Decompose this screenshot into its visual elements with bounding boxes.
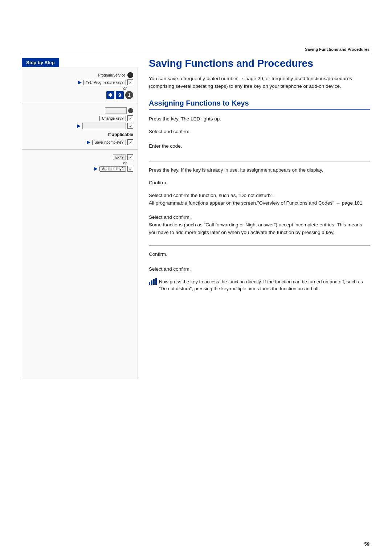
header-title: Saving Functions and Procedures [305,47,369,52]
step-press-key-display: Press the key. If the key is already in … [149,167,370,174]
exit-checkbox: ✓ [127,154,133,160]
step-select-function-text: Select and confirm the function, such as… [149,192,370,207]
content-section-1: Press the key. The LED lights up. Select… [149,115,370,159]
step-select-function: Select and confirm the function, such as… [149,192,370,207]
step-press-key-display-text: Press the key. If the key is already in … [149,167,370,174]
sidebar-section-2: Change key? ✓ ▶ ✓ If applicable ▶ Save i… [22,103,138,150]
change-key-row: Change key? ✓ [25,115,135,122]
step-by-step-label: Step by Step [22,58,59,67]
note-bar-2 [151,280,152,285]
change-key-checkbox: ✓ [127,115,133,121]
content-section-3: Confirm. Select and confirm. Now [149,249,370,295]
page-number: 59 [364,541,369,547]
exit-label: Exit? [113,155,126,160]
step-another-key: Select and confirm. [149,266,370,273]
save-incomplete-label: Save incomplete? [92,140,126,145]
feature-key-button: *91=Prog. feature key? [83,80,126,85]
note-bar-1 [149,282,150,285]
or-text-2: or [25,161,135,165]
section-heading: Assigning Functions to Keys [149,99,370,110]
save-incomplete-row: ▶ Save incomplete? ✓ [25,139,135,146]
step-select-confirm-1: Select and confirm. [149,128,370,136]
sidebar: Step by Step Program/Service ▶ *91=Prog.… [22,58,138,532]
another-key-label: Another key? [99,166,126,172]
step-enter-code: Enter the code. [149,143,370,150]
step-another-key-text: Select and confirm. [149,266,370,273]
page-title: Saving Functions and Procedures [149,58,370,69]
arrow-icon-4: ▶ [94,166,97,171]
if-applicable-label: If applicable [25,132,135,137]
note-icon [149,278,157,285]
sidebar-section-3: Exit? ✓ or ▶ Another key? ✓ [22,150,138,176]
sidebar-content: Program/Service ▶ *91=Prog. feature key?… [22,67,138,379]
arrow-blank-row: ▶ ✓ [25,122,135,130]
another-key-row: ▶ Another key? ✓ [25,165,135,172]
if-applicable-spacer [149,211,370,214]
note-bar-4 [155,278,157,285]
note-bar-3 [153,279,155,285]
program-service-circle [127,72,133,78]
led-circle [128,108,133,113]
step-confirm-1: Confirm. [149,179,370,187]
step-press-key-text: Press the key. The LED lights up. [149,115,221,123]
header-rule [22,54,370,54]
key-star: ✱ [106,91,114,99]
divider-2 [149,245,370,246]
change-key-label: Change key? [99,116,126,121]
content-section-2: Press the key. If the key is already in … [149,164,370,242]
main-container: Step by Step Program/Service ▶ *91=Prog.… [22,58,370,532]
exit-row: Exit? ✓ [25,153,135,161]
feature-key-row: ▶ *91=Prog. feature key? ✓ [25,79,135,86]
note-bars [149,278,157,285]
step-save-incomplete: Select and confirm.Some functions (such … [149,214,370,237]
blank-key-row [25,107,135,115]
save-incomplete-checkbox: ✓ [127,139,133,145]
feature-key-checkbox: ✓ [127,79,133,85]
another-key-checkbox: ✓ [127,166,133,172]
step-select-confirm-1-text: Select and confirm. [149,128,191,136]
step-confirm-exit-text: Confirm. [149,251,370,258]
arrow-icon-2: ▶ [77,123,80,128]
key-1: 1 [125,91,133,99]
intro-text: You can save a frequently-dialed number … [149,75,370,90]
key-9: 9 [116,91,124,99]
arrow-icon-1: ▶ [78,80,81,85]
or-text-1: or [25,86,135,90]
divider-1 [149,161,370,161]
step-confirm-exit: Confirm. [149,251,370,258]
sidebar-section-1: Program/Service ▶ *91=Prog. feature key?… [22,67,138,103]
note-row: Now press the key to access the function… [149,278,370,292]
step-enter-code-text: Enter the code. [149,143,182,150]
step-press-key: Press the key. The LED lights up. [149,115,370,123]
arrow-icon-3: ▶ [87,140,90,145]
code-keys-row: ✱ 9 1 [25,90,135,100]
step-confirm-1-text: Confirm. [149,179,370,187]
program-service-row: Program/Service [25,71,135,79]
blank-checkbox: ✓ [127,123,133,129]
note-text: Now press the key to access the function… [159,278,370,292]
blank-key-2 [82,123,126,129]
content-area: Saving Functions and Procedures You can … [138,58,370,532]
step-save-incomplete-text: Select and confirm.Some functions (such … [149,214,370,237]
program-service-label: Program/Service [98,73,125,77]
blank-key [105,107,127,114]
